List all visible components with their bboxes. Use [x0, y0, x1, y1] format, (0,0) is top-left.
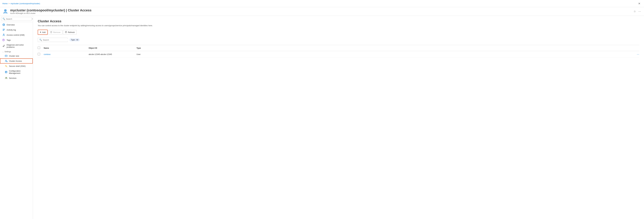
main-layout: 🔍 << Overview Activity log Access contro…: [0, 16, 644, 219]
list-icon: [2, 29, 5, 31]
svg-rect-17: [5, 71, 7, 73]
refresh-icon: [65, 31, 67, 34]
add-icon: +: [40, 31, 41, 34]
sidebar-search-inner: 🔍 <<: [1, 17, 32, 21]
more-options-button[interactable]: ⋯: [638, 9, 642, 14]
breadcrumb-home[interactable]: Home: [2, 3, 8, 5]
type-filter-label: Type : All: [71, 39, 78, 41]
svg-rect-7: [3, 30, 5, 30]
sidebar-item-ssh-label: Secure shell (SSH): [9, 65, 26, 67]
row-name: contoso: [44, 53, 88, 55]
add-label: Add: [42, 31, 46, 33]
sidebar-item-overview-label: Overview: [6, 24, 15, 26]
close-button[interactable]: ✕: [637, 1, 642, 6]
sidebar-item-access-control-label: Access control (IAM): [6, 34, 24, 36]
row-checkbox[interactable]: [38, 53, 40, 55]
wrench-icon: [2, 45, 5, 47]
filter-row: 🔍 Type : All: [38, 38, 639, 42]
svg-rect-12: [5, 55, 7, 57]
sidebar-item-diagnose[interactable]: Diagnose and solve problems: [0, 43, 33, 50]
sidebar-search-container: 🔍 <<: [0, 16, 33, 22]
sidebar-item-overview[interactable]: Overview: [0, 22, 33, 27]
resource-header: mycluster (contosopool/mycluster) | Clus…: [0, 7, 644, 16]
column-type: Type: [136, 47, 632, 49]
data-table: Name Object ID Type contoso abcde-12345-…: [38, 45, 639, 58]
page-description: You can control access to the cluster en…: [38, 25, 639, 27]
resource-subtitle: Azure HDInsight on AKS cluster: [10, 12, 631, 14]
resource-icon: [2, 9, 8, 14]
svg-point-15: [6, 61, 7, 62]
sidebar-item-tags-label: Tags: [6, 39, 11, 41]
trash-icon: [50, 31, 52, 34]
column-name: Name: [44, 47, 88, 49]
remove-button[interactable]: Remove: [48, 30, 62, 35]
page-title: Cluster Access: [38, 19, 639, 23]
sidebar-item-cluster-access-label: Cluster Access: [9, 60, 22, 62]
header-actions: ☆ ⋯: [633, 9, 642, 14]
breadcrumb: Home > mycluster (contosopool/mycluster): [2, 3, 637, 5]
breadcrumb-current[interactable]: mycluster (contosopool/mycluster): [10, 3, 40, 5]
svg-point-11: [3, 40, 4, 40]
resource-title: mycluster (contosopool/mycluster) | Clus…: [10, 9, 631, 12]
search-box[interactable]: 🔍: [38, 38, 68, 42]
sidebar-item-services-label: Services: [9, 77, 16, 79]
resize-icon: [5, 55, 8, 57]
person-badge-icon: [2, 34, 5, 36]
settings-section-label: Settings: [4, 51, 11, 53]
gear-icon: [5, 71, 8, 73]
sidebar-item-activity-log[interactable]: Activity log: [0, 27, 33, 32]
sidebar-item-ssh[interactable]: Secure shell (SSH): [0, 64, 33, 69]
header-check: [38, 47, 44, 50]
refresh-label: Refresh: [68, 31, 75, 33]
resource-title-block: mycluster (contosopool/mycluster) | Clus…: [10, 9, 631, 14]
sidebar-search-input[interactable]: [6, 18, 31, 20]
sidebar-item-cluster-size-label: Cluster size: [9, 55, 19, 57]
settings-section[interactable]: ⌄ Settings: [0, 50, 33, 53]
row-actions: ⋯: [632, 53, 639, 56]
sidebar-item-diagnose-label: Diagnose and solve problems: [6, 44, 30, 48]
search-input[interactable]: [43, 39, 68, 41]
add-button[interactable]: + Add: [38, 30, 48, 35]
row-name-link[interactable]: contoso: [44, 53, 50, 55]
svg-rect-8: [3, 30, 4, 31]
svg-rect-6: [3, 29, 5, 29]
tag-icon: [2, 39, 5, 41]
globe-icon: [2, 23, 5, 26]
row-more-button[interactable]: ⋯: [637, 53, 639, 56]
header-checkbox[interactable]: [38, 47, 40, 49]
table-header: Name Object ID Type: [38, 45, 639, 51]
row-type: User: [136, 53, 632, 55]
sidebar-item-services[interactable]: Services: [0, 76, 33, 81]
sidebar: 🔍 << Overview Activity log Access contro…: [0, 16, 33, 219]
sidebar-item-cluster-size[interactable]: Cluster size: [0, 53, 33, 58]
sidebar-item-activity-log-label: Activity log: [6, 29, 16, 31]
sidebar-search-icon: 🔍: [2, 18, 5, 20]
remove-label: Remove: [53, 31, 60, 33]
favorite-button[interactable]: ☆: [633, 9, 636, 14]
sidebar-item-cluster-access[interactable]: Cluster Access: [0, 58, 33, 64]
settings-chevron-icon: ⌄: [2, 51, 4, 53]
toolbar: + Add Remove Refresh: [38, 30, 639, 35]
column-objectid: Object ID: [88, 47, 136, 49]
search-icon: 🔍: [39, 39, 42, 41]
svg-point-2: [5, 10, 6, 11]
svg-point-22: [6, 77, 7, 78]
breadcrumb-sep: >: [8, 3, 10, 5]
type-filter[interactable]: Type : All: [70, 38, 80, 41]
people-icon: [5, 77, 8, 79]
svg-point-14: [6, 60, 6, 61]
top-bar: Home > mycluster (contosopool/mycluster)…: [0, 0, 644, 7]
row-objectid: abcde-12345-abcde-12345: [88, 53, 136, 55]
sidebar-item-tags[interactable]: Tags: [0, 38, 33, 43]
sidebar-item-config-mgmt[interactable]: Configuration Management: [0, 69, 33, 76]
sidebar-item-access-control[interactable]: Access control (IAM): [0, 32, 33, 38]
key-icon: [5, 65, 8, 67]
sidebar-item-config-mgmt-label: Configuration Management: [9, 70, 30, 74]
refresh-button[interactable]: Refresh: [63, 30, 77, 35]
svg-rect-10: [3, 34, 4, 34]
table-row: contoso abcde-12345-abcde-12345 User ⋯: [38, 51, 639, 58]
person-gear-icon: [5, 60, 8, 62]
row-check: [38, 53, 44, 56]
content-area: Cluster Access You can control access to…: [33, 16, 644, 219]
